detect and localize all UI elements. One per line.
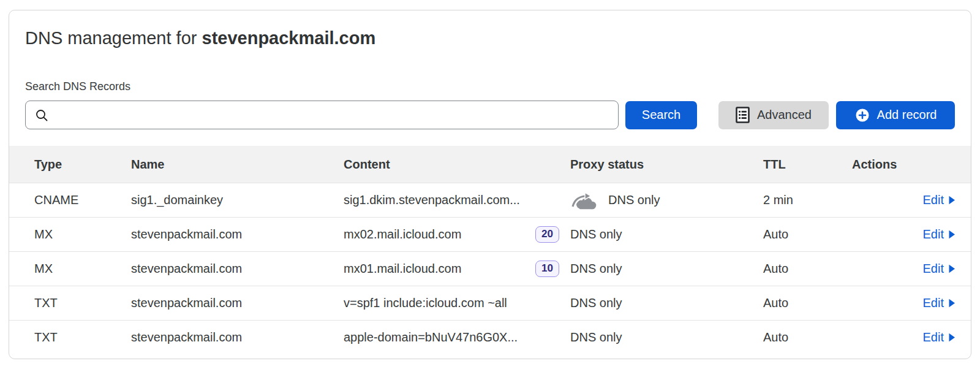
search-input[interactable] [55,108,609,122]
column-header-proxy-status: Proxy status [570,158,763,172]
cell-content: sig1.dkim.stevenpackmail.com... [344,193,570,207]
cell-content: v=spf1 include:icloud.com ~all [344,296,570,310]
content-value: v=spf1 include:icloud.com ~all [344,296,507,310]
column-header-name: Name [131,158,344,172]
cell-content: mx01.mail.icloud.com 10 [344,261,570,277]
edit-record-button[interactable]: Edit [923,296,956,310]
proxy-status-value: DNS only [570,296,622,310]
cell-actions: Edit [852,262,956,276]
add-record-button[interactable]: Add record [836,101,955,129]
cell-actions: Edit [852,193,956,207]
search-button[interactable]: Search [625,101,697,129]
advanced-button-label: Advanced [757,108,812,122]
cell-content: apple-domain=bNuV47n6G0X... [344,330,570,344]
search-icon [34,108,49,123]
cell-ttl: Auto [763,227,852,242]
table-header-row: Type Name Content Proxy status TTL Actio… [9,146,971,183]
table-row: CNAME sig1._domainkey sig1.dkim.stevenpa… [9,183,971,217]
edit-label: Edit [923,330,944,344]
proxy-status-value: DNS only [608,193,660,207]
cell-type: MX [34,227,131,242]
cell-name: stevenpackmail.com [131,296,344,310]
edit-record-button[interactable]: Edit [923,193,956,207]
search-input-container[interactable] [25,101,619,129]
column-header-actions: Actions [852,158,956,172]
cell-type: CNAME [34,193,131,207]
table-row: TXT stevenpackmail.com v=spf1 include:ic… [9,286,971,320]
list-document-icon [736,107,750,123]
cell-type: MX [34,262,131,276]
cell-proxy-status: DNS only [570,262,763,276]
content-value: mx01.mail.icloud.com [344,262,461,276]
edit-label: Edit [923,193,944,207]
edit-label: Edit [923,227,944,242]
dns-management-card: DNS management for stevenpackmail.com Se… [9,10,971,359]
cell-type: TXT [34,296,131,310]
cell-name: sig1._domainkey [131,193,344,207]
proxy-status-value: DNS only [570,330,622,344]
column-header-content: Content [344,158,570,172]
table-row: MX stevenpackmail.com mx01.mail.icloud.c… [9,251,971,286]
cell-proxy-status: DNS only [570,330,763,344]
cell-content: mx02.mail.icloud.com 20 [344,226,570,243]
dns-records-table: Type Name Content Proxy status TTL Actio… [9,146,971,354]
proxy-status-value: DNS only [570,262,622,276]
cell-ttl: Auto [763,296,852,310]
edit-record-button[interactable]: Edit [923,330,956,344]
cell-proxy-status: DNS only [570,296,763,310]
content-value: apple-domain=bNuV47n6G0X... [344,330,518,344]
mx-priority-badge: 10 [535,261,559,277]
domain-name: stevenpackmail.com [202,28,376,48]
cell-name: stevenpackmail.com [131,227,344,242]
triangle-right-icon [948,195,956,205]
column-header-ttl: TTL [763,158,852,172]
cell-ttl: Auto [763,262,852,276]
cell-actions: Edit [852,296,956,310]
triangle-right-icon [948,264,956,274]
triangle-right-icon [948,298,956,308]
plus-circle-icon [854,107,870,123]
column-header-type: Type [34,158,131,172]
cloud-arrow-icon [570,191,598,210]
cell-proxy-status: DNS only [570,227,763,242]
cell-ttl: 2 min [763,193,852,207]
triangle-right-icon [948,332,956,343]
cell-name: stevenpackmail.com [131,262,344,276]
table-row: TXT stevenpackmail.com apple-domain=bNuV… [9,320,971,354]
page-title: DNS management for stevenpackmail.com [25,28,955,48]
triangle-right-icon [948,229,956,240]
edit-record-button[interactable]: Edit [923,262,956,276]
content-value: sig1.dkim.stevenpackmail.com... [344,193,520,207]
edit-label: Edit [923,296,944,310]
advanced-button[interactable]: Advanced [718,101,829,129]
cell-ttl: Auto [763,330,852,344]
add-record-button-label: Add record [877,108,937,122]
cell-type: TXT [34,330,131,344]
cell-name: stevenpackmail.com [131,330,344,344]
cell-proxy-status: DNS only [570,191,763,210]
edit-label: Edit [923,262,944,276]
page-title-prefix: DNS management for [25,28,202,48]
cell-actions: Edit [852,330,956,344]
proxy-status-value: DNS only [570,227,622,242]
cell-actions: Edit [852,227,956,242]
search-label: Search DNS Records [25,80,955,93]
edit-record-button[interactable]: Edit [923,227,956,242]
content-value: mx02.mail.icloud.com [344,227,461,242]
mx-priority-badge: 20 [535,226,559,243]
table-row: MX stevenpackmail.com mx02.mail.icloud.c… [9,217,971,251]
search-controls-row: Search Advanced Add record [25,101,955,129]
